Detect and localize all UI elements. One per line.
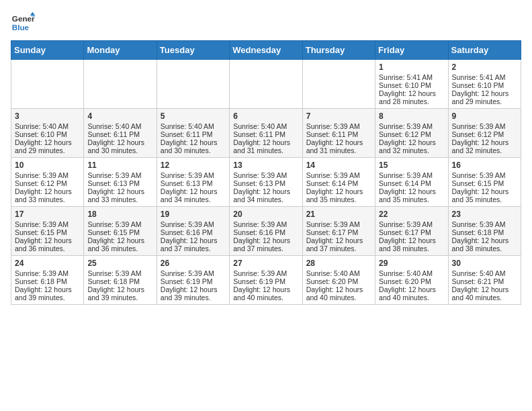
week-row: 10Sunrise: 5:39 AM Sunset: 6:12 PM Dayli… [11,158,521,207]
day-info: Sunrise: 5:39 AM Sunset: 6:13 PM Dayligh… [233,171,290,203]
day-number: 1 [379,62,444,72]
day-number: 22 [379,210,444,219]
calendar-cell: 30Sunrise: 5:40 AM Sunset: 6:21 PM Dayli… [448,256,521,305]
day-number: 28 [306,259,371,268]
day-info: Sunrise: 5:40 AM Sunset: 6:11 PM Dayligh… [233,122,290,154]
calendar-cell: 22Sunrise: 5:39 AM Sunset: 6:17 PM Dayli… [375,207,448,256]
calendar-cell: 2Sunrise: 5:41 AM Sunset: 6:10 PM Daylig… [448,60,521,109]
day-info: Sunrise: 5:40 AM Sunset: 6:11 PM Dayligh… [87,122,144,154]
calendar-cell [11,60,84,109]
day-info: Sunrise: 5:39 AM Sunset: 6:14 PM Dayligh… [379,171,436,203]
week-row: 24Sunrise: 5:39 AM Sunset: 6:18 PM Dayli… [11,256,521,305]
day-info: Sunrise: 5:39 AM Sunset: 6:11 PM Dayligh… [306,122,363,154]
day-number: 30 [452,259,517,268]
day-info: Sunrise: 5:39 AM Sunset: 6:18 PM Dayligh… [452,220,509,253]
day-number: 14 [306,161,371,170]
logo-icon: General Blue [11,11,35,35]
calendar-cell: 13Sunrise: 5:39 AM Sunset: 6:13 PM Dayli… [230,158,302,207]
calendar-cell [302,60,375,109]
calendar-cell: 10Sunrise: 5:39 AM Sunset: 6:12 PM Dayli… [11,158,84,207]
calendar-cell: 11Sunrise: 5:39 AM Sunset: 6:13 PM Dayli… [84,158,157,207]
calendar-cell: 1Sunrise: 5:41 AM Sunset: 6:10 PM Daylig… [375,60,448,109]
calendar-cell: 19Sunrise: 5:39 AM Sunset: 6:16 PM Dayli… [157,207,229,256]
calendar-cell: 8Sunrise: 5:39 AM Sunset: 6:12 PM Daylig… [375,109,448,158]
day-info: Sunrise: 5:39 AM Sunset: 6:15 PM Dayligh… [15,220,72,253]
day-info: Sunrise: 5:41 AM Sunset: 6:10 PM Dayligh… [379,73,436,105]
day-number: 15 [379,161,444,170]
calendar-cell: 17Sunrise: 5:39 AM Sunset: 6:15 PM Dayli… [11,207,84,256]
day-number: 24 [15,259,80,268]
day-number: 5 [161,111,226,121]
day-info: Sunrise: 5:40 AM Sunset: 6:20 PM Dayligh… [379,269,436,302]
week-row: 17Sunrise: 5:39 AM Sunset: 6:15 PM Dayli… [11,207,521,256]
day-number: 11 [87,161,152,170]
calendar-cell [230,60,302,109]
day-info: Sunrise: 5:39 AM Sunset: 6:15 PM Dayligh… [452,171,509,203]
day-info: Sunrise: 5:39 AM Sunset: 6:12 PM Dayligh… [452,122,509,154]
week-row: 3Sunrise: 5:40 AM Sunset: 6:10 PM Daylig… [11,109,521,158]
day-number: 3 [15,111,80,121]
calendar-cell: 26Sunrise: 5:39 AM Sunset: 6:19 PM Dayli… [157,256,229,305]
day-info: Sunrise: 5:39 AM Sunset: 6:15 PM Dayligh… [87,220,144,253]
day-number: 16 [452,161,517,170]
svg-text:Blue: Blue [12,23,30,32]
day-number: 29 [379,259,444,268]
day-header-tuesday: Tuesday [157,41,229,60]
day-number: 23 [452,210,517,219]
day-number: 12 [161,161,226,170]
calendar-cell: 25Sunrise: 5:39 AM Sunset: 6:18 PM Dayli… [84,256,157,305]
day-info: Sunrise: 5:39 AM Sunset: 6:17 PM Dayligh… [306,220,363,253]
day-info: Sunrise: 5:39 AM Sunset: 6:13 PM Dayligh… [87,171,144,203]
day-info: Sunrise: 5:39 AM Sunset: 6:18 PM Dayligh… [15,269,72,302]
day-info: Sunrise: 5:40 AM Sunset: 6:21 PM Dayligh… [452,269,509,302]
calendar-cell: 20Sunrise: 5:39 AM Sunset: 6:16 PM Dayli… [230,207,302,256]
day-number: 25 [87,259,152,268]
calendar-cell: 21Sunrise: 5:39 AM Sunset: 6:17 PM Dayli… [302,207,375,256]
calendar-cell [84,60,157,109]
calendar: SundayMondayTuesdayWednesdayThursdayFrid… [11,40,521,305]
day-header-saturday: Saturday [448,41,521,60]
day-info: Sunrise: 5:39 AM Sunset: 6:18 PM Dayligh… [87,269,144,302]
logo: General Blue [11,11,35,35]
calendar-cell: 4Sunrise: 5:40 AM Sunset: 6:11 PM Daylig… [84,109,157,158]
day-header-sunday: Sunday [11,41,84,60]
day-number: 21 [306,210,371,219]
day-number: 20 [233,210,298,219]
day-header-monday: Monday [84,41,157,60]
week-row: 1Sunrise: 5:41 AM Sunset: 6:10 PM Daylig… [11,60,521,109]
day-number: 27 [233,259,298,268]
calendar-cell: 29Sunrise: 5:40 AM Sunset: 6:20 PM Dayli… [375,256,448,305]
calendar-cell: 5Sunrise: 5:40 AM Sunset: 6:11 PM Daylig… [157,109,229,158]
day-info: Sunrise: 5:40 AM Sunset: 6:11 PM Dayligh… [161,122,218,154]
calendar-cell: 28Sunrise: 5:40 AM Sunset: 6:20 PM Dayli… [302,256,375,305]
day-number: 9 [452,111,517,121]
day-info: Sunrise: 5:39 AM Sunset: 6:16 PM Dayligh… [161,220,218,253]
day-number: 6 [233,111,298,121]
calendar-cell: 24Sunrise: 5:39 AM Sunset: 6:18 PM Dayli… [11,256,84,305]
calendar-header: SundayMondayTuesdayWednesdayThursdayFrid… [11,41,521,60]
day-info: Sunrise: 5:39 AM Sunset: 6:12 PM Dayligh… [15,171,72,203]
day-info: Sunrise: 5:39 AM Sunset: 6:14 PM Dayligh… [306,171,363,203]
calendar-cell: 12Sunrise: 5:39 AM Sunset: 6:13 PM Dayli… [157,158,229,207]
calendar-cell: 6Sunrise: 5:40 AM Sunset: 6:11 PM Daylig… [230,109,302,158]
day-info: Sunrise: 5:39 AM Sunset: 6:12 PM Dayligh… [379,122,436,154]
day-number: 19 [161,210,226,219]
day-info: Sunrise: 5:39 AM Sunset: 6:19 PM Dayligh… [161,269,218,302]
day-number: 17 [15,210,80,219]
calendar-cell: 16Sunrise: 5:39 AM Sunset: 6:15 PM Dayli… [448,158,521,207]
day-number: 10 [15,161,80,170]
calendar-cell: 7Sunrise: 5:39 AM Sunset: 6:11 PM Daylig… [302,109,375,158]
day-info: Sunrise: 5:40 AM Sunset: 6:20 PM Dayligh… [306,269,363,302]
calendar-cell: 9Sunrise: 5:39 AM Sunset: 6:12 PM Daylig… [448,109,521,158]
day-number: 2 [452,62,517,72]
day-info: Sunrise: 5:39 AM Sunset: 6:17 PM Dayligh… [379,220,436,253]
day-header-thursday: Thursday [302,41,375,60]
calendar-cell: 27Sunrise: 5:39 AM Sunset: 6:19 PM Dayli… [230,256,302,305]
day-number: 13 [233,161,298,170]
day-info: Sunrise: 5:39 AM Sunset: 6:16 PM Dayligh… [233,220,290,253]
calendar-cell: 3Sunrise: 5:40 AM Sunset: 6:10 PM Daylig… [11,109,84,158]
day-info: Sunrise: 5:39 AM Sunset: 6:13 PM Dayligh… [161,171,218,203]
calendar-cell: 18Sunrise: 5:39 AM Sunset: 6:15 PM Dayli… [84,207,157,256]
day-number: 8 [379,111,444,121]
calendar-cell: 15Sunrise: 5:39 AM Sunset: 6:14 PM Dayli… [375,158,448,207]
